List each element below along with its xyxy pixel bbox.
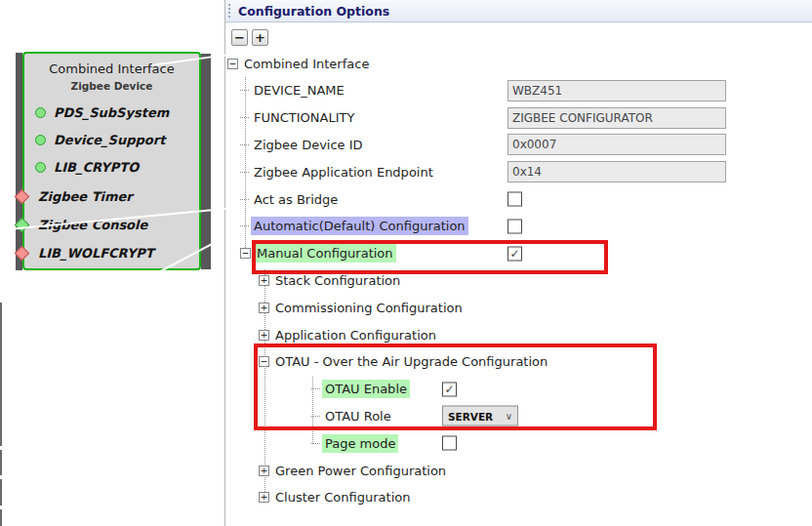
tree-item-label: Automatic(Default) Configuration [251,217,468,235]
port-zigbee-timer[interactable]: Zigbee Timer [24,186,199,206]
canvas-edge-line [0,479,2,506]
tree-item-otau-over-the-air-upgrade-configuration[interactable]: −OTAU - Over the Air Upgrade Configurati… [225,348,812,376]
expand-box-icon[interactable]: + [259,465,269,476]
tree-item-combined-interface[interactable]: −Combined Interface [225,50,812,77]
tree-item-label: Application Configuration [272,326,439,344]
collapse-box-icon[interactable]: − [259,356,269,367]
collapse-box-icon[interactable]: − [227,59,238,69]
port-pds-subsystem[interactable]: PDS_SubSystem [24,102,199,122]
port-label: LIB_CRYPTO [54,160,139,175]
tree-item-green-power-configuration[interactable]: +Green Power Configuration [225,457,812,484]
canvas-edge-line [0,450,2,475]
port-device-support[interactable]: Device_Support [24,130,199,149]
tree-item-label: FUNCTIONALITY [251,108,357,127]
canvas-edge-line [0,509,2,526]
tree-item-label: OTAU Enable [322,380,410,398]
tree-item-label: Stack Configuration [272,271,403,290]
tree-item-label: Green Power Configuration [272,462,449,480]
tree-item-page-mode[interactable]: Page mode [225,429,812,457]
tree-item-application-configuration[interactable]: +Application Configuration [225,321,812,348]
circle-port-icon [35,135,46,145]
expand-box-icon[interactable]: + [259,275,269,286]
port-label: PDS_SubSystem [54,105,169,120]
tree-leader-dots [240,117,249,118]
tree-leader-dots [240,225,249,226]
tree-item-automatic-default-configuration[interactable]: Automatic(Default) Configuration [225,213,812,240]
tree-item-cluster-configuration[interactable]: +Cluster Configuration [225,484,812,511]
combined-interface-block[interactable]: Combined Interface Zigbee Device PDS_Sub… [16,52,211,270]
port-lib-crypto[interactable]: LIB_CRYPTO [24,157,199,177]
port-lib-wolfcrypt[interactable]: LIB_WOLFCRYPT [24,243,199,263]
tree-item-label: Combined Interface [241,55,372,73]
collapse-box-icon[interactable]: − [240,248,251,259]
port-label: Device_Support [54,133,165,147]
circle-port-icon [35,162,46,173]
tree-item-label: OTAU Role [322,407,394,425]
block-left-edge [16,53,22,270]
tree-item-label: Cluster Configuration [272,488,413,506]
tree-leader-dots [240,90,249,91]
tree-item-otau-enable[interactable]: OTAU Enable✓ [225,376,812,403]
tree-item-manual-configuration[interactable]: −Manual Configuration✓ [225,240,812,267]
zigbee-application-endpoint-field[interactable]: 0x14 [508,161,726,182]
functionality-field[interactable]: ZIGBEE CONFIGURATOR [508,107,726,129]
block-body: Combined Interface Zigbee Device PDS_Sub… [22,52,201,270]
tree-item-label: OTAU - Over the Air Upgrade Configuratio… [272,352,550,371]
otau-role-dropdown[interactable]: SERVER∨ [442,406,518,426]
tree-item-label: Manual Configuration [254,244,396,263]
expand-box-icon[interactable]: + [259,492,269,503]
checkmark-icon: ✓ [444,384,454,395]
tree-item-act-as-bridge[interactable]: Act as Bridge [225,185,812,213]
port-label: LIB_WOLFCRYPT [38,246,154,261]
tree-leader-dots [240,144,249,145]
device-name-field[interactable]: WBZ451 [508,80,726,101]
automatic-default-configuration-checkbox[interactable] [508,219,522,233]
block-right-edge [201,54,211,269]
tree-item-device-name[interactable]: DEVICE_NAMEWBZ451 [225,77,812,104]
tree-item-label: Act as Bridge [251,190,341,209]
configuration-tree: −Combined InterfaceDEVICE_NAMEWBZ451FUNC… [225,0,812,526]
tree-item-label: Page mode [322,434,398,453]
tree-item-label: Zigbee Application Endpoint [251,163,436,182]
tree-leader-dots [311,388,320,389]
checkmark-icon: ✓ [509,248,519,260]
chevron-down-icon: ∨ [506,411,512,422]
app-canvas: Combined Interface Zigbee Device PDS_Sub… [0,0,812,526]
tree-item-label: Zigbee Device ID [251,136,366,154]
manual-configuration-checkbox[interactable]: ✓ [508,246,522,261]
tree-item-label: Commissioning Configuration [272,299,466,317]
tree-item-label: DEVICE_NAME [251,81,347,100]
tree-leader-dots [240,172,249,173]
tree-item-commissioning-configuration[interactable]: +Commissioning Configuration [225,294,812,321]
tree-leader-dots [240,199,249,200]
tree-leader-dots [311,416,320,417]
expand-box-icon[interactable]: + [259,330,269,341]
port-zigbee-console[interactable]: Zigbee Console [24,215,199,234]
port-label: Zigbee Console [38,218,147,232]
dropdown-value: SERVER [448,410,493,422]
tree-item-zigbee-device-id[interactable]: Zigbee Device ID0x0007 [225,131,812,158]
zigbee-device-id-field[interactable]: 0x0007 [508,134,726,155]
expand-box-icon[interactable]: + [259,303,269,313]
tree-item-otau-role[interactable]: OTAU RoleSERVER∨ [225,402,812,429]
otau-enable-checkbox[interactable]: ✓ [442,382,457,396]
block-title: Combined Interface [24,61,199,76]
circle-port-icon [35,107,46,118]
tree-item-stack-configuration[interactable]: +Stack Configuration [225,266,812,294]
act-as-bridge-checkbox[interactable] [508,192,522,207]
tree-leader-dots [311,443,320,444]
tree-item-functionality[interactable]: FUNCTIONALITYZIGBEE CONFIGURATOR [225,104,812,132]
configuration-options-panel: Configuration Options − + −Combined Inte… [224,0,812,526]
tree-item-zigbee-application-endpoint[interactable]: Zigbee Application Endpoint0x14 [225,158,812,185]
canvas-edge-line [0,303,2,446]
block-subtitle: Zigbee Device [24,80,199,92]
port-label: Zigbee Timer [38,189,133,204]
page-mode-checkbox[interactable] [442,436,457,451]
